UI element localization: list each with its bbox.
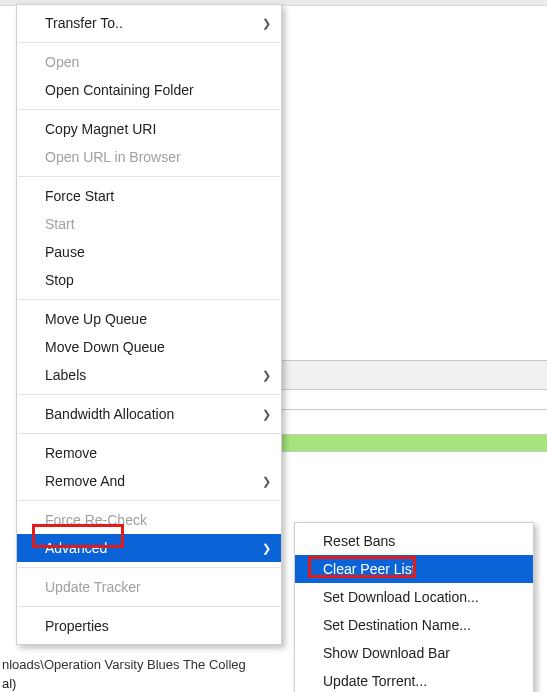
chevron-right-icon: ❯ — [262, 534, 271, 562]
menu-separator — [18, 500, 280, 501]
menu-label: Clear Peer List — [323, 561, 416, 577]
menu-label: Open — [45, 54, 79, 70]
menu-label: Open URL in Browser — [45, 149, 181, 165]
menu-label: Set Destination Name... — [323, 617, 471, 633]
chevron-right-icon: ❯ — [262, 361, 271, 389]
menu-open-containing-folder[interactable]: Open Containing Folder — [17, 76, 281, 104]
menu-open-url-browser: Open URL in Browser — [17, 143, 281, 171]
submenu-update-torrent[interactable]: Update Torrent... — [295, 667, 533, 692]
chevron-right-icon: ❯ — [262, 400, 271, 428]
menu-label: Copy Magnet URI — [45, 121, 156, 137]
menu-separator — [18, 567, 280, 568]
menu-separator — [18, 42, 280, 43]
menu-label: Move Up Queue — [45, 311, 147, 327]
menu-label: Update Tracker — [45, 579, 141, 595]
menu-separator — [18, 109, 280, 110]
menu-separator — [18, 433, 280, 434]
submenu-reset-bans[interactable]: Reset Bans — [295, 527, 533, 555]
menu-advanced[interactable]: Advanced ❯ — [17, 534, 281, 562]
menu-remove-and[interactable]: Remove And ❯ — [17, 467, 281, 495]
menu-label: Remove And — [45, 473, 125, 489]
background-panel-strip — [280, 390, 547, 410]
context-menu-advanced: Reset Bans Clear Peer List Set Download … — [294, 522, 534, 692]
menu-pause[interactable]: Pause — [17, 238, 281, 266]
submenu-set-destination-name[interactable]: Set Destination Name... — [295, 611, 533, 639]
menu-separator — [18, 176, 280, 177]
menu-separator — [18, 299, 280, 300]
menu-bandwidth-allocation[interactable]: Bandwidth Allocation ❯ — [17, 400, 281, 428]
submenu-show-download-bar[interactable]: Show Download Bar — [295, 639, 533, 667]
file-path-fragment: al) — [2, 676, 16, 691]
menu-label: Force Re-Check — [45, 512, 147, 528]
menu-copy-magnet-uri[interactable]: Copy Magnet URI — [17, 115, 281, 143]
background-panel-strip — [280, 360, 547, 390]
menu-label: Open Containing Folder — [45, 82, 194, 98]
menu-label: Pause — [45, 244, 85, 260]
menu-label: Transfer To.. — [45, 15, 123, 31]
menu-labels[interactable]: Labels ❯ — [17, 361, 281, 389]
menu-properties[interactable]: Properties — [17, 612, 281, 640]
menu-label: Bandwidth Allocation — [45, 406, 174, 422]
menu-transfer-to[interactable]: Transfer To.. ❯ — [17, 9, 281, 37]
menu-label: Labels — [45, 367, 86, 383]
menu-label: Start — [45, 216, 75, 232]
file-path-fragment: nloads\Operation Varsity Blues The Colle… — [2, 657, 246, 672]
menu-label: Remove — [45, 445, 97, 461]
chevron-right-icon: ❯ — [262, 9, 271, 37]
menu-label: Show Download Bar — [323, 645, 450, 661]
submenu-set-download-location[interactable]: Set Download Location... — [295, 583, 533, 611]
menu-label: Update Torrent... — [323, 673, 427, 689]
menu-label: Force Start — [45, 188, 114, 204]
menu-separator — [18, 606, 280, 607]
menu-start: Start — [17, 210, 281, 238]
context-menu-main: Transfer To.. ❯ Open Open Containing Fol… — [16, 4, 282, 645]
submenu-clear-peer-list[interactable]: Clear Peer List — [295, 555, 533, 583]
menu-move-up-queue[interactable]: Move Up Queue — [17, 305, 281, 333]
menu-label: Advanced — [45, 540, 107, 556]
menu-update-tracker: Update Tracker — [17, 573, 281, 601]
menu-stop[interactable]: Stop — [17, 266, 281, 294]
menu-remove[interactable]: Remove — [17, 439, 281, 467]
menu-force-recheck: Force Re-Check — [17, 506, 281, 534]
menu-label: Move Down Queue — [45, 339, 165, 355]
progress-bar-strip — [280, 434, 547, 452]
menu-move-down-queue[interactable]: Move Down Queue — [17, 333, 281, 361]
menu-open: Open — [17, 48, 281, 76]
menu-force-start[interactable]: Force Start — [17, 182, 281, 210]
menu-label: Stop — [45, 272, 74, 288]
menu-label: Properties — [45, 618, 109, 634]
chevron-right-icon: ❯ — [262, 467, 271, 495]
menu-separator — [18, 394, 280, 395]
menu-label: Reset Bans — [323, 533, 395, 549]
menu-label: Set Download Location... — [323, 589, 479, 605]
